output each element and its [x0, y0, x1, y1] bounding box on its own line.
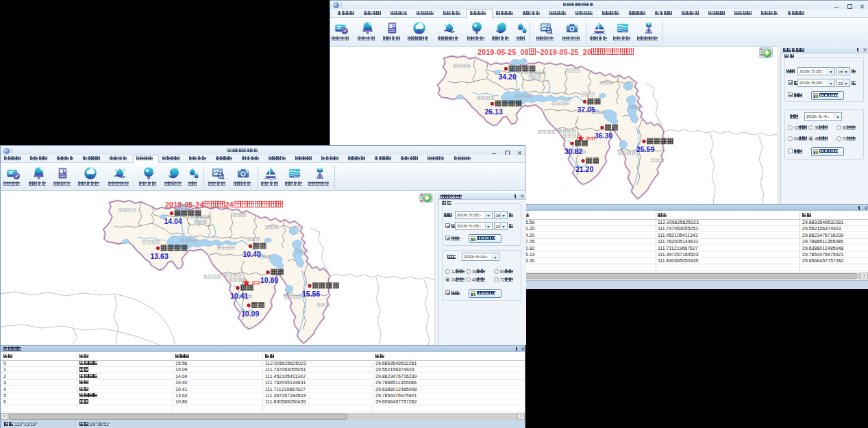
- svg-text:34.20: 34.20: [499, 73, 517, 81]
- svg-text:15.56: 15.56: [302, 290, 320, 298]
- svg-text:10.41: 10.41: [230, 292, 248, 300]
- svg-text:14.04: 14.04: [164, 217, 182, 225]
- svg-text:10.09: 10.09: [241, 310, 259, 318]
- svg-text:21.20: 21.20: [575, 165, 593, 173]
- svg-text:37.05: 37.05: [578, 105, 595, 114]
- svg-text:25.59: 25.59: [636, 145, 654, 153]
- svg-text:10.80: 10.80: [260, 276, 278, 284]
- svg-text:30.82: 30.82: [565, 147, 582, 155]
- svg-text:36.30: 36.30: [595, 131, 612, 140]
- svg-text:26.13: 26.13: [485, 108, 503, 116]
- svg-text:10.40: 10.40: [243, 250, 261, 258]
- svg-text:13.63: 13.63: [151, 252, 169, 260]
